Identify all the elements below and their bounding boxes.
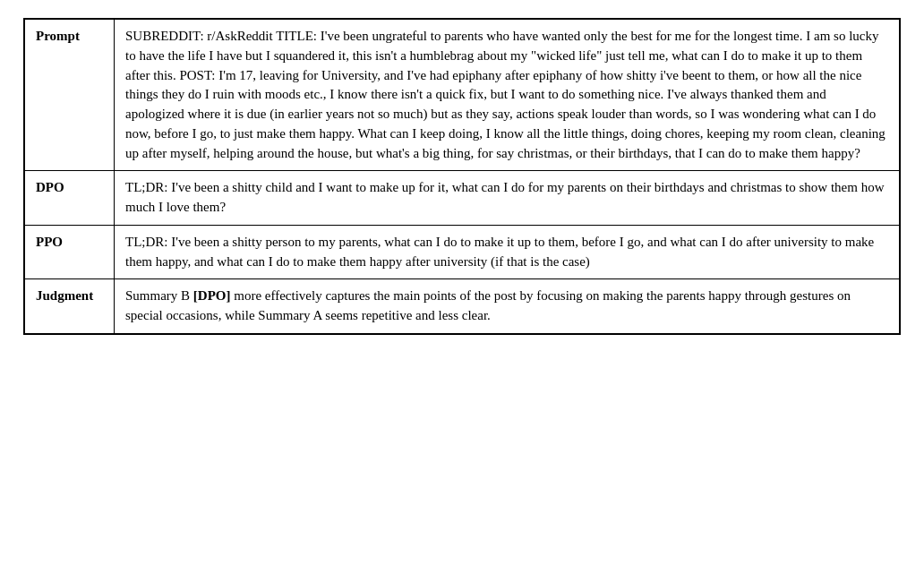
row-content-prompt: SUBREDDIT: r/AskReddit TITLE: I've been … <box>115 20 900 171</box>
table-row: PPOTL;DR: I've been a shitty person to m… <box>25 225 900 279</box>
table-row: JudgmentSummary B [DPO] more effectively… <box>25 279 900 334</box>
row-content-dpo: TL;DR: I've been a shitty child and I wa… <box>115 171 900 226</box>
row-label-judgment: Judgment <box>25 279 115 334</box>
row-content-ppo: TL;DR: I've been a shitty person to my p… <box>115 225 900 279</box>
row-label-dpo: DPO <box>25 171 115 226</box>
row-label-prompt: Prompt <box>25 20 115 171</box>
table-row: DPOTL;DR: I've been a shitty child and I… <box>25 171 900 226</box>
row-content-judgment: Summary B [DPO] more effectively capture… <box>115 279 900 334</box>
main-table: PromptSUBREDDIT: r/AskReddit TITLE: I've… <box>23 18 901 335</box>
table-row: PromptSUBREDDIT: r/AskReddit TITLE: I've… <box>25 20 900 171</box>
row-label-ppo: PPO <box>25 225 115 279</box>
